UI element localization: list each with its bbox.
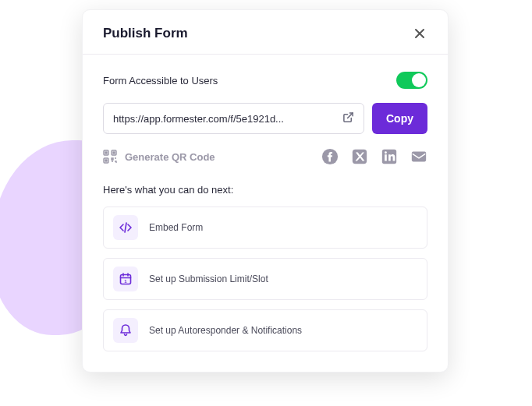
action-autoresponder[interactable]: Set up Autoresponder & Notifications — [103, 309, 427, 351]
qr-label: Generate QR Code — [125, 151, 215, 163]
close-icon — [413, 27, 426, 40]
share-facebook-button[interactable] — [321, 148, 339, 165]
svg-rect-11 — [412, 152, 426, 162]
share-row: Generate QR Code — [103, 148, 427, 165]
action-label: Set up Autoresponder & Notifications — [149, 325, 302, 336]
svg-rect-4 — [113, 152, 115, 154]
accessible-toggle-row: Form Accessible to Users — [103, 72, 427, 89]
x-icon — [351, 148, 368, 165]
svg-rect-5 — [105, 160, 107, 161]
action-label: Set up Submission Limit/Slot — [149, 274, 268, 284]
modal-body: Form Accessible to Users https://app.for… — [83, 55, 448, 372]
svg-text:1: 1 — [124, 279, 127, 284]
modal-header: Publish Form — [83, 10, 448, 55]
calendar-icon: 1 — [119, 272, 133, 286]
next-steps-heading: Here's what you can do next: — [103, 184, 427, 196]
accessible-label: Form Accessible to Users — [103, 75, 218, 86]
form-url-text: https://app.formester.com/f/5e1921d... — [113, 113, 336, 125]
calendar-icon-box: 1 — [113, 267, 138, 291]
code-icon-box — [113, 215, 138, 240]
share-linkedin-button[interactable] — [381, 148, 398, 165]
copy-button-label: Copy — [386, 112, 413, 125]
modal-title: Publish Form — [103, 26, 188, 41]
share-x-button[interactable] — [351, 148, 368, 165]
svg-rect-3 — [105, 152, 107, 154]
generate-qr-button[interactable]: Generate QR Code — [103, 150, 215, 164]
linkedin-icon — [381, 148, 398, 165]
share-email-button[interactable] — [410, 148, 427, 165]
external-link-icon[interactable] — [342, 111, 354, 125]
action-embed-form[interactable]: Embed Form — [103, 207, 427, 249]
copy-button[interactable]: Copy — [372, 103, 427, 134]
code-icon — [119, 221, 133, 235]
bell-icon — [119, 323, 133, 337]
url-row: https://app.formester.com/f/5e1921d... C… — [103, 103, 427, 134]
accessible-toggle[interactable] — [396, 72, 427, 89]
bell-icon-box — [113, 318, 138, 343]
svg-point-10 — [385, 151, 387, 154]
svg-rect-9 — [385, 154, 387, 161]
facebook-icon — [321, 148, 339, 165]
email-icon — [410, 148, 427, 165]
publish-form-modal: Publish Form Form Accessible to Users ht… — [82, 9, 449, 372]
qr-code-icon — [103, 150, 117, 164]
form-url-field[interactable]: https://app.formester.com/f/5e1921d... — [103, 103, 364, 134]
action-submission-limit[interactable]: 1 Set up Submission Limit/Slot — [103, 258, 427, 300]
action-label: Embed Form — [149, 222, 203, 233]
social-share-icons — [321, 148, 427, 165]
close-button[interactable] — [412, 26, 427, 41]
